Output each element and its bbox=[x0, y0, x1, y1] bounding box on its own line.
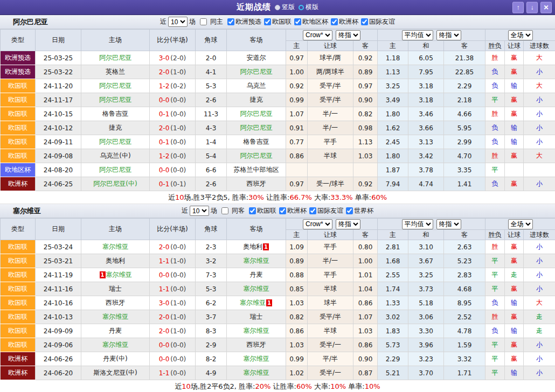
layout-radio-vertical[interactable]: 竖版 bbox=[275, 3, 295, 12]
team-name-link[interactable]: 格鲁吉亚 bbox=[102, 110, 128, 117]
league-filter[interactable]: 国际友谊 bbox=[307, 206, 343, 215]
team-name-link[interactable]: 阿尔巴尼亚 bbox=[99, 166, 131, 173]
radio-unselected-icon[interactable] bbox=[299, 5, 304, 10]
team-name-link[interactable]: 阿尔巴尼亚(中) bbox=[93, 180, 137, 187]
team-name-link[interactable]: 格鲁吉亚 bbox=[244, 138, 269, 145]
league-type-badge: 欧国联 bbox=[1, 93, 36, 107]
final-odds-select[interactable]: 终指 bbox=[336, 219, 360, 229]
league-checkbox[interactable] bbox=[309, 207, 316, 214]
home-team-cell: 阿尔巴尼亚 bbox=[81, 163, 150, 177]
full-match-select[interactable]: 全场 bbox=[508, 219, 533, 229]
result-handicap: 赢 bbox=[505, 282, 524, 296]
team-name-link[interactable]: 捷克 bbox=[109, 124, 122, 131]
league-filter[interactable]: 世界杯 bbox=[343, 206, 373, 215]
odds-company-select[interactable]: Crow* bbox=[303, 30, 332, 40]
close-button[interactable]: ✕ bbox=[540, 2, 552, 13]
team-name-link[interactable]: 西班牙 bbox=[106, 299, 125, 306]
team-name-link[interactable]: 塞尔维亚 bbox=[102, 313, 128, 320]
handicap-line: 半/一 bbox=[308, 254, 353, 268]
league-filter[interactable]: 国际友谊 bbox=[358, 17, 395, 26]
team-name-link[interactable]: 奥地利 bbox=[243, 243, 262, 250]
team-name-link[interactable]: 丹麦(中) bbox=[103, 355, 127, 362]
team-name-link[interactable]: 塞尔维亚 bbox=[244, 257, 269, 264]
team-name-link[interactable]: 阿尔巴尼亚 bbox=[99, 138, 131, 145]
same-venue-filter[interactable]: 同客 bbox=[219, 206, 245, 215]
team-name-link[interactable]: 阿尔巴尼亚 bbox=[240, 124, 273, 131]
match-count-select[interactable]: 10 bbox=[168, 17, 188, 27]
result-goals: 小 bbox=[524, 93, 555, 107]
summary-text: 近10场,胜3平2负5, 胜率:30% 让胜率:66.7% 大率:33.3% 单… bbox=[168, 193, 387, 201]
league-filter[interactable]: 欧洲预选 bbox=[225, 17, 261, 26]
team-name-link[interactable]: 乌克兰(中) bbox=[100, 152, 130, 159]
team-name-link[interactable]: 西班牙 bbox=[247, 341, 266, 348]
full-match-select[interactable]: 全场 bbox=[508, 30, 533, 40]
match-count-select[interactable]: 10 bbox=[190, 206, 209, 216]
league-checkbox[interactable] bbox=[264, 18, 271, 25]
team-name-link[interactable]: 塞尔维亚 bbox=[244, 369, 269, 376]
team-name-link[interactable]: 乌克兰 bbox=[247, 82, 266, 89]
odds-company-select[interactable]: Crow* bbox=[303, 219, 332, 229]
away-team-cell: 丹麦 bbox=[227, 268, 286, 282]
team-name-link[interactable]: 塞尔维亚 bbox=[244, 327, 269, 334]
league-filter[interactable]: 欧洲杯 bbox=[328, 17, 358, 26]
away-team-cell: 塞尔维亚 bbox=[227, 366, 286, 380]
league-checkbox[interactable] bbox=[279, 207, 286, 214]
col-home: 主场 bbox=[81, 30, 150, 51]
league-checkbox[interactable] bbox=[346, 207, 353, 214]
result-handicap: 输 bbox=[505, 324, 524, 338]
team-name-link[interactable]: 英格兰 bbox=[106, 68, 125, 75]
team-name-link[interactable]: 阿尔巴尼亚 bbox=[99, 96, 131, 103]
league-filter[interactable]: 欧洲杯 bbox=[276, 206, 307, 215]
team-name-link[interactable]: 苏格兰中部地区 bbox=[234, 166, 279, 173]
team-name-link[interactable]: 瑞士 bbox=[250, 313, 263, 320]
match-row: 欧国联25-03-21奥地利1-1(1-0)3-2塞尔维亚0.89半/一1.00… bbox=[1, 254, 555, 268]
team-name-link[interactable]: 塞尔维亚 bbox=[102, 243, 128, 250]
result-handicap: 赢 bbox=[505, 65, 524, 79]
team-name-link[interactable]: 阿尔巴尼亚 bbox=[240, 152, 273, 159]
team-name-link[interactable]: 塞尔维亚 bbox=[244, 355, 269, 362]
team-name-link[interactable]: 安道尔 bbox=[247, 54, 266, 61]
league-checkbox[interactable] bbox=[249, 207, 256, 214]
team-name-link[interactable]: 西班牙 bbox=[247, 180, 266, 187]
home-team-cell: 捷克 bbox=[81, 121, 150, 135]
league-checkbox[interactable] bbox=[331, 18, 338, 25]
team-name-link[interactable]: 阿尔巴尼亚 bbox=[240, 110, 273, 117]
team-name-link[interactable]: 阿尔巴尼亚 bbox=[99, 82, 131, 89]
team-name-link[interactable]: 塞尔维亚 bbox=[106, 271, 132, 278]
unit-label: 场 bbox=[189, 17, 196, 26]
scroll-down-button[interactable]: ↓ bbox=[526, 2, 538, 13]
average-odds-select[interactable]: 平均值 bbox=[402, 219, 433, 229]
same-venue-checkbox[interactable] bbox=[221, 207, 228, 214]
league-checkbox[interactable] bbox=[294, 18, 301, 25]
home-team-cell: 阿尔巴尼亚 bbox=[81, 135, 150, 149]
team-name-link[interactable]: 丹麦 bbox=[109, 327, 122, 334]
same-venue-checkbox[interactable] bbox=[200, 18, 207, 25]
layout-radio-horizontal[interactable]: 横版 bbox=[299, 3, 318, 12]
team-name-link[interactable]: 奥地利 bbox=[106, 257, 125, 264]
match-date: 24-10-13 bbox=[36, 310, 81, 324]
team-name-link[interactable]: 丹麦 bbox=[250, 271, 263, 278]
team-name-link[interactable]: 阿尔巴尼亚 bbox=[240, 68, 273, 75]
radio-selected-icon[interactable] bbox=[275, 5, 280, 10]
league-checkbox[interactable] bbox=[227, 18, 234, 25]
team-name-link[interactable]: 塞尔维亚 bbox=[240, 299, 266, 306]
team-name-link[interactable]: 斯洛文尼亚(中) bbox=[93, 369, 137, 376]
final-odds-select-2[interactable]: 终指 bbox=[436, 219, 461, 229]
final-odds-select[interactable]: 终指 bbox=[336, 30, 360, 40]
corner-score: 11-3 bbox=[196, 107, 227, 121]
team-name-link[interactable]: 捷克 bbox=[250, 96, 263, 103]
same-venue-filter[interactable]: 同主 bbox=[197, 17, 223, 26]
result-outcome: 平 bbox=[485, 93, 505, 107]
league-filter[interactable]: 欧国联 bbox=[246, 206, 276, 215]
scroll-up-button[interactable]: ↑ bbox=[512, 2, 524, 13]
result-goals: 小 bbox=[524, 240, 555, 254]
league-filter[interactable]: 欧地区杯 bbox=[292, 17, 328, 26]
team-name-link[interactable]: 塞尔维亚 bbox=[244, 285, 269, 292]
final-odds-select-2[interactable]: 终指 bbox=[436, 30, 461, 40]
league-filter[interactable]: 欧国联 bbox=[261, 17, 292, 26]
league-checkbox[interactable] bbox=[361, 18, 368, 25]
team-name-link[interactable]: 塞尔维亚 bbox=[102, 341, 128, 348]
team-name-link[interactable]: 瑞士 bbox=[109, 285, 122, 292]
team-name-link[interactable]: 阿尔巴尼亚 bbox=[99, 54, 131, 61]
average-odds-select[interactable]: 平均值 bbox=[402, 30, 433, 40]
